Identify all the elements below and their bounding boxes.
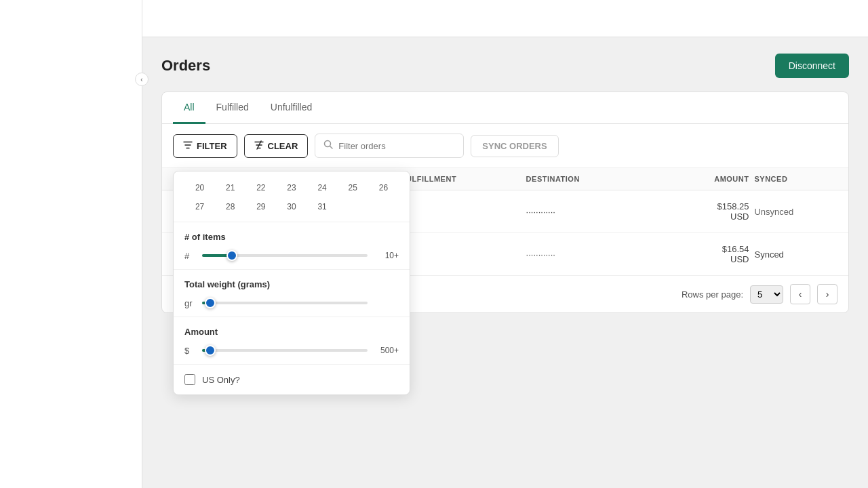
tab-fulfilled[interactable]: Fulfilled xyxy=(205,92,260,124)
cal-cell-27[interactable]: 27 xyxy=(189,199,211,215)
items-prefix: # xyxy=(184,251,195,261)
calendar-section: 20 21 22 23 24 25 26 27 28 29 30 31 xyxy=(174,171,410,222)
filter-dropdown-panel: 20 21 22 23 24 25 26 27 28 29 30 31 xyxy=(173,171,410,395)
cal-cell-empty-2 xyxy=(372,199,394,215)
cal-cell-26[interactable]: 26 xyxy=(372,180,394,196)
calendar-row-2: 27 28 29 30 31 xyxy=(184,199,399,215)
tab-unfulfilled[interactable]: Unfulfilled xyxy=(260,92,323,124)
disconnect-button[interactable]: Disconnect xyxy=(775,54,849,78)
items-thumb[interactable] xyxy=(226,250,237,261)
th-destination: DESTINATION xyxy=(526,175,651,183)
td-destination-1: ············ xyxy=(526,207,651,217)
us-only-row: US Only? xyxy=(174,365,410,394)
items-value: 10+ xyxy=(374,251,399,260)
items-slider-row: # 10+ xyxy=(184,249,399,262)
th-fulfillment: FULFILLMENT xyxy=(401,175,526,183)
sidebar-toggle[interactable]: ‹ xyxy=(135,73,149,86)
td-synced-2: Synced xyxy=(754,249,837,260)
cal-cell-25[interactable]: 25 xyxy=(342,180,363,196)
th-synced: SYNCED xyxy=(754,175,837,183)
us-only-label: US Only? xyxy=(202,375,240,385)
tab-all[interactable]: All xyxy=(173,92,205,124)
amount-filter-label: Amount xyxy=(184,327,399,337)
cal-cell-21[interactable]: 21 xyxy=(220,180,241,196)
th-amount: AMOUNT xyxy=(650,175,754,183)
rows-per-page-label: Rows per page: xyxy=(682,289,743,300)
amount-value-2: $16.54 xyxy=(650,244,749,254)
us-only-checkbox[interactable] xyxy=(184,374,195,385)
orders-card: All Fulfilled Unfulfilled FILTER xyxy=(161,92,849,313)
amount-slider[interactable] xyxy=(202,344,368,357)
page-title: Orders xyxy=(161,57,210,75)
calendar-row-1: 20 21 22 23 24 25 26 xyxy=(184,180,399,196)
clear-button[interactable]: CLEAR xyxy=(244,134,309,158)
clear-label: CLEAR xyxy=(268,141,298,151)
cal-cell-20[interactable]: 20 xyxy=(189,180,211,196)
top-bar xyxy=(142,0,868,37)
clear-icon xyxy=(254,140,264,152)
cal-cell-22[interactable]: 22 xyxy=(250,180,272,196)
items-filter-section: # of items # 10+ xyxy=(174,222,410,270)
cal-cell-23[interactable]: 23 xyxy=(281,180,302,196)
amount-thumb[interactable] xyxy=(205,345,216,356)
td-destination-2: ············ xyxy=(526,249,651,260)
sidebar: ‹ xyxy=(0,0,142,488)
sync-button[interactable]: SYNC ORDERS xyxy=(471,135,558,157)
cal-cell-29[interactable]: 29 xyxy=(250,199,272,215)
items-filter-label: # of items xyxy=(184,232,399,242)
items-track xyxy=(202,254,368,257)
weight-filter-section: Total weight (grams) gr xyxy=(174,270,410,317)
filter-label: FILTER xyxy=(197,141,227,151)
search-input[interactable] xyxy=(338,141,455,151)
prev-page-button[interactable]: ‹ xyxy=(790,284,810,304)
toolbar: FILTER CLEAR xyxy=(162,124,848,168)
next-page-button[interactable]: › xyxy=(817,284,837,304)
cal-cell-empty-1 xyxy=(342,199,363,215)
cal-cell-24[interactable]: 24 xyxy=(311,180,333,196)
weight-filter-label: Total weight (grams) xyxy=(184,279,399,289)
items-slider[interactable] xyxy=(202,249,368,262)
page-header: Orders Disconnect xyxy=(161,54,849,78)
main-content: Orders Disconnect All Fulfilled Unfulfil… xyxy=(142,0,868,488)
weight-thumb[interactable] xyxy=(205,298,216,308)
cal-cell-31[interactable]: 31 xyxy=(311,199,333,215)
td-synced-1: Unsynced xyxy=(754,207,837,217)
amount-prefix: $ xyxy=(184,346,195,356)
weight-slider-row: gr xyxy=(184,296,399,310)
filter-button[interactable]: FILTER xyxy=(173,134,237,158)
weight-prefix: gr xyxy=(184,298,195,308)
content-area: Orders Disconnect All Fulfilled Unfulfil… xyxy=(142,37,868,488)
currency-1: USD xyxy=(650,211,749,222)
tabs-bar: All Fulfilled Unfulfilled xyxy=(162,92,848,124)
amount-value: 500+ xyxy=(374,346,399,355)
amount-filter-section: Amount $ 500+ xyxy=(174,317,410,365)
cal-cell-30[interactable]: 30 xyxy=(281,199,302,215)
td-amount-1: $158.25 USD xyxy=(650,201,754,222)
weight-slider[interactable] xyxy=(202,296,368,310)
cal-cell-28[interactable]: 28 xyxy=(220,199,241,215)
amount-value-1: $158.25 xyxy=(650,201,749,211)
amount-track xyxy=(202,349,368,352)
search-box xyxy=(315,134,464,158)
search-icon xyxy=(323,140,333,152)
amount-slider-row: $ 500+ xyxy=(184,344,399,357)
rows-per-page-select[interactable]: 5 10 25 xyxy=(750,285,783,304)
weight-track xyxy=(202,302,368,304)
td-amount-2: $16.54 USD xyxy=(650,244,754,264)
currency-2: USD xyxy=(650,254,749,264)
filter-icon xyxy=(183,140,193,152)
